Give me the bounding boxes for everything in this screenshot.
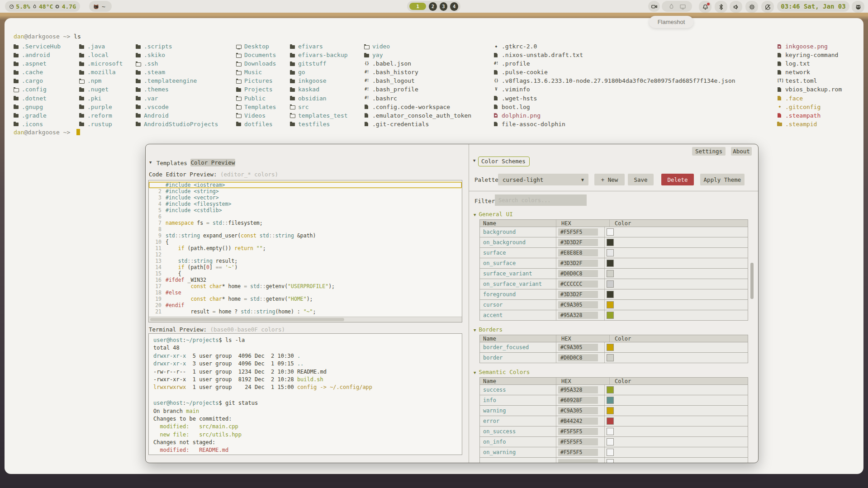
- hex-input[interactable]: #C9A305: [558, 301, 598, 308]
- hex-input[interactable]: #95A328: [558, 312, 598, 319]
- collapse-icon[interactable]: ▼: [149, 160, 152, 165]
- vertical-scrollbar[interactable]: [750, 210, 754, 463]
- workspace-4[interactable]: 4: [450, 2, 458, 11]
- hex-input[interactable]: #3D3D2F: [558, 239, 598, 246]
- prompt-host: @darkgoose: [24, 129, 59, 136]
- hex-input[interactable]: [558, 459, 598, 463]
- color-schemes-header[interactable]: Color Schemes: [481, 158, 526, 165]
- settings-button[interactable]: Settings: [692, 147, 726, 156]
- tab-color-preview[interactable]: Color Preview: [190, 159, 235, 166]
- file-column: inkgoose.pngkeyring-commandlog.txtnetwor…: [777, 42, 842, 128]
- collapse-icon[interactable]: ▼: [473, 158, 475, 163]
- hex-input[interactable]: #F5F5F5: [558, 449, 598, 456]
- clock[interactable]: 03:46 Sat, Jan 03: [777, 1, 849, 12]
- save-button[interactable]: Save: [628, 174, 654, 185]
- workspace-active[interactable]: 1: [409, 3, 426, 10]
- color-swatch[interactable]: [607, 239, 614, 246]
- hex-input[interactable]: #D0D0C8: [558, 354, 598, 361]
- line-number: [149, 182, 166, 188]
- hex-input[interactable]: #F5F5F5: [558, 228, 598, 236]
- tab-templates[interactable]: Templates: [157, 160, 187, 166]
- color-cell: [605, 438, 748, 445]
- delete-button[interactable]: Delete: [661, 174, 694, 185]
- horizontal-scrollbar[interactable]: [149, 317, 462, 322]
- brightness-button[interactable]: [745, 1, 758, 13]
- file-entry: .config: [14, 85, 61, 94]
- color-swatch[interactable]: [607, 291, 614, 298]
- file-name: .bashrc: [372, 94, 397, 103]
- night-mode-button[interactable]: [761, 1, 774, 13]
- apply-theme-button[interactable]: Apply Theme: [700, 174, 745, 185]
- hex-input[interactable]: #3D3D2F: [558, 260, 598, 267]
- color-swatch[interactable]: [607, 438, 614, 445]
- inactive-tools-group[interactable]: [662, 1, 692, 12]
- hex-input[interactable]: #C9A305: [558, 407, 598, 414]
- line-number: 8: [149, 226, 166, 232]
- workspace-3[interactable]: 3: [440, 2, 448, 11]
- prompt-user: dan: [14, 129, 24, 136]
- color-swatch[interactable]: [607, 354, 614, 361]
- file-name: .rustup: [87, 120, 112, 128]
- file-entry: #!.bash_profile: [364, 85, 471, 94]
- tray-app-button[interactable]: [852, 1, 864, 13]
- color-table: NameHEXColorbackground#F5F5F5on_backgrou…: [479, 219, 748, 321]
- file-entry: src: [290, 103, 348, 111]
- color-swatch[interactable]: [607, 228, 614, 236]
- filter-input[interactable]: [495, 194, 587, 206]
- system-stats[interactable]: 5.8% 48°C 4.7G: [5, 1, 80, 12]
- file-name: templates_test: [298, 111, 348, 120]
- workspace-2[interactable]: 2: [429, 2, 437, 11]
- hex-input[interactable]: #B44242: [558, 417, 598, 425]
- code-token: std: [166, 232, 175, 239]
- code-text: const char* home = std::getenv("USERPROF…: [166, 283, 335, 289]
- section-header[interactable]: ▼General UI: [474, 211, 755, 218]
- hex-input[interactable]: #F5F5F5: [558, 428, 598, 435]
- file-name: Desktop: [244, 42, 269, 51]
- color-swatch[interactable]: [607, 280, 614, 288]
- color-swatch[interactable]: [607, 386, 614, 393]
- scrollbar-thumb[interactable]: [150, 318, 344, 321]
- file-name: vbios_backup.rom: [785, 85, 842, 94]
- section-title: Semantic Colors: [479, 369, 530, 375]
- hex-input[interactable]: #95A328: [558, 386, 598, 393]
- hex-input[interactable]: #E8E8E8: [558, 249, 598, 256]
- hex-input[interactable]: #C9A305: [558, 344, 598, 351]
- color-swatch[interactable]: [607, 249, 614, 256]
- hex-input[interactable]: #3D3D2F: [558, 291, 598, 298]
- table-row: warning#C9A305: [479, 406, 748, 416]
- bluetooth-off-icon: [718, 4, 725, 10]
- color-swatch[interactable]: [607, 270, 614, 277]
- color-swatch[interactable]: [607, 449, 614, 456]
- hex-input[interactable]: #D0D0C8: [558, 270, 598, 277]
- color-swatch[interactable]: [607, 312, 614, 319]
- color-swatch[interactable]: [607, 428, 614, 435]
- code-token: result: [166, 308, 213, 315]
- terminal-app-indicator[interactable]: >_ ~: [89, 1, 112, 12]
- new-palette-button[interactable]: + New: [594, 174, 625, 185]
- palette-dropdown[interactable]: cursed-light ▼: [498, 174, 588, 185]
- hex-input[interactable]: #CCCCCC: [558, 280, 598, 288]
- section-header[interactable]: ▼Borders: [474, 326, 755, 333]
- file-entry: yay: [364, 51, 471, 59]
- color-swatch[interactable]: [607, 407, 614, 414]
- screen-record-button[interactable]: [648, 1, 660, 12]
- color-swatch[interactable]: [607, 260, 614, 267]
- hex-input[interactable]: #F5F5F5: [558, 438, 598, 445]
- color-swatch[interactable]: [607, 397, 614, 404]
- color-swatch[interactable]: [607, 459, 614, 463]
- bluetooth-button[interactable]: [715, 1, 727, 13]
- about-button[interactable]: About: [731, 147, 752, 156]
- scrollbar-thumb[interactable]: [750, 263, 754, 299]
- section-header[interactable]: ▼Semantic Colors: [474, 369, 755, 375]
- color-swatch[interactable]: [607, 344, 614, 351]
- color-swatch[interactable]: [607, 301, 614, 308]
- terminal-line: -rwxr-xr-x 1 user group 8192 Dec 2 10:28…: [153, 376, 462, 384]
- volume-button[interactable]: [730, 1, 742, 13]
- notifications-button[interactable]: [699, 1, 711, 13]
- file-name: dolphin.png: [502, 111, 541, 120]
- file-entry: Videos: [236, 111, 276, 120]
- code-token: getenv(: [266, 296, 288, 302]
- color-swatch[interactable]: [607, 417, 614, 425]
- hex-input[interactable]: #60928F: [558, 397, 598, 404]
- line-number: 20: [149, 302, 166, 308]
